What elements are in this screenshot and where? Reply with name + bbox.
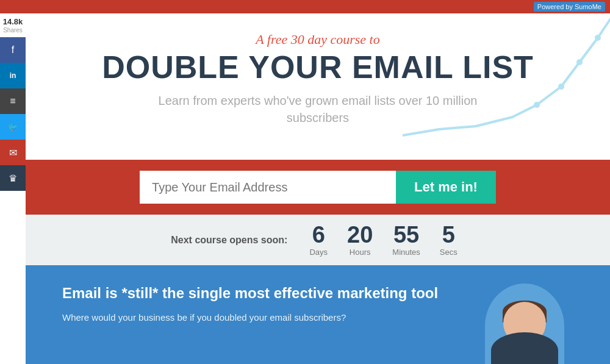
countdown-minutes-label: Minutes	[392, 248, 420, 257]
layers-icon: ≡	[10, 96, 15, 107]
facebook-icon: f	[12, 45, 14, 55]
countdown-minutes: 55 Minutes	[392, 223, 420, 257]
countdown-hours-number: 20	[347, 223, 373, 246]
countdown-label: Next course opens soon:	[171, 235, 287, 246]
lower-section: Email is *still* the single most effecti…	[26, 265, 610, 364]
svg-point-2	[576, 59, 583, 65]
svg-point-3	[595, 35, 601, 41]
avatar-shoulders	[491, 332, 558, 364]
countdown-secs-number: 5	[442, 223, 455, 246]
countdown-secs: 5 Secs	[440, 223, 458, 257]
mail-icon: ✉	[9, 147, 17, 159]
top-bar: Powered by SumoMe	[0, 0, 610, 13]
crown-button[interactable]: ♛	[0, 165, 26, 191]
countdown-hours: 20 Hours	[347, 223, 373, 257]
lower-text: Email is *still* the single most effecti…	[62, 284, 458, 325]
twitter-icon: 🐦	[8, 123, 18, 132]
countdown-days-number: 6	[312, 223, 325, 246]
countdown-hours-label: Hours	[350, 248, 371, 257]
crown-icon: ♛	[9, 173, 17, 184]
lower-heading: Email is *still* the single most effecti…	[62, 284, 458, 302]
social-sidebar: 14.8k Shares f in ≡ 🐦 ✉ ♛	[0, 13, 26, 191]
svg-point-0	[534, 102, 540, 108]
countdown-days-label: Days	[309, 248, 328, 257]
hero-section: A free 30 day course to DOUBLE YOUR EMAI…	[26, 13, 610, 160]
share-count-number: 14.8k	[2, 17, 23, 26]
submit-button[interactable]: Let me in!	[396, 171, 496, 204]
facebook-share-button[interactable]: f	[0, 37, 26, 63]
countdown-secs-label: Secs	[440, 248, 458, 257]
svg-point-1	[558, 84, 564, 90]
linkedin-icon: in	[10, 71, 16, 80]
sumome-link[interactable]: Powered by SumoMe	[534, 2, 605, 12]
email-input[interactable]	[140, 171, 396, 204]
layers-share-button[interactable]: ≡	[0, 88, 26, 114]
twitter-share-button[interactable]: 🐦	[0, 114, 26, 140]
linkedin-share-button[interactable]: in	[0, 63, 26, 88]
countdown-days: 6 Days	[309, 223, 328, 257]
lower-body: Where would your business be if you doub…	[62, 311, 458, 325]
countdown-section: Next course opens soon: 6 Days 20 Hours …	[26, 215, 610, 265]
hero-chart	[403, 13, 610, 148]
avatar	[485, 284, 564, 364]
share-count: 14.8k Shares	[0, 13, 26, 37]
countdown-minutes-number: 55	[393, 223, 419, 246]
email-share-button[interactable]: ✉	[0, 140, 26, 165]
shares-label: Shares	[3, 27, 23, 34]
email-section: Let me in!	[26, 160, 610, 215]
avatar-area	[476, 284, 573, 364]
